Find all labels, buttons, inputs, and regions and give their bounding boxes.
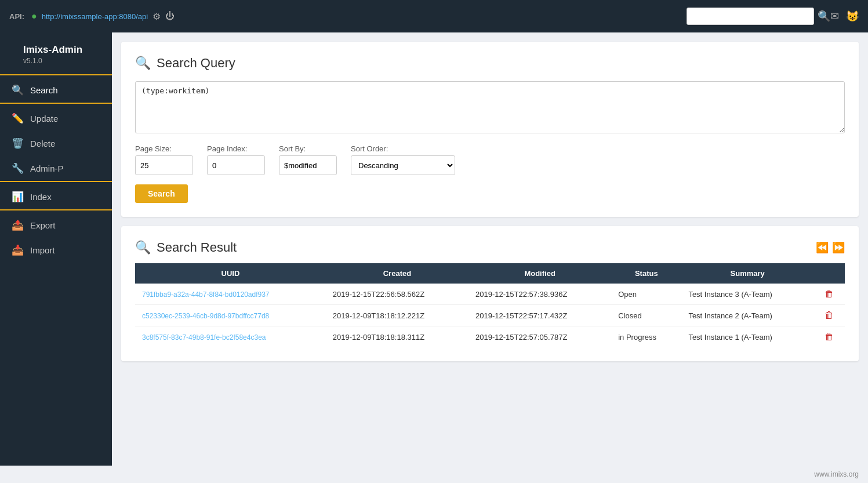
uuid-link[interactable]: c52330ec-2539-46cb-9d8d-97bdffcc77d8	[142, 312, 269, 320]
page-size-group: Page Size:	[135, 144, 193, 175]
result-header: 🔍 Search Result ⏪ ⏩	[135, 240, 845, 255]
created-cell: 2019-12-15T22:56:58.562Z	[326, 284, 468, 305]
uuid-link[interactable]: 3c8f575f-83c7-49b8-91fe-bc2f58e4c3ea	[142, 333, 266, 342]
sidebar-item-update[interactable]: ✏️ Update	[0, 106, 112, 131]
footer-text: www.imixs.org	[814, 470, 859, 478]
api-url-link[interactable]: http://imixssample-app:8080/api	[42, 12, 148, 21]
adminp-nav-icon: 🔧	[12, 162, 23, 175]
status-cell: Closed	[611, 305, 681, 326]
pagination-controls: ⏪ ⏩	[816, 241, 845, 254]
page-size-label: Page Size:	[135, 144, 193, 153]
sort-by-group: Sort By:	[279, 144, 337, 175]
table-row: 3c8f575f-83c7-49b8-91fe-bc2f58e4c3ea2019…	[135, 326, 845, 348]
result-table: UUID Created Modified Status Summary 791…	[135, 263, 845, 347]
sidebar-item-adminp[interactable]: 🔧 Admin-P	[0, 156, 112, 181]
footer: www.imixs.org	[0, 466, 868, 483]
sidebar-item-export-label: Export	[30, 220, 55, 230]
search-query-title-text: Search Query	[157, 56, 235, 71]
uuid-link[interactable]: 791fbba9-a32a-44b7-8f84-bd0120adf937	[142, 290, 270, 299]
gear-icon[interactable]: ⚙	[152, 11, 161, 22]
search-query-title: 🔍 Search Query	[135, 56, 845, 71]
sidebar-item-index-label: Index	[30, 192, 52, 202]
modified-cell: 2019-12-15T22:57:17.432Z	[468, 305, 611, 326]
profile-icon[interactable]: 😺	[846, 10, 859, 23]
query-textarea[interactable]: (type:workitem)	[135, 81, 845, 133]
status-cell: in Progress	[611, 326, 681, 348]
sidebar-item-delete[interactable]: 🗑️ Delete	[0, 131, 112, 156]
search-query-icon: 🔍	[135, 56, 151, 71]
api-status-icon: ●	[31, 11, 37, 21]
query-form-row: Page Size: Page Index: Sort By: Sort Ord…	[135, 144, 845, 175]
sidebar: Imixs-Admin v5.1.0 🔍 Search ✏️ Update 🗑️…	[0, 32, 112, 466]
search-result-card: 🔍 Search Result ⏪ ⏩ UUID Created Modifie…	[121, 226, 859, 361]
result-title-text: Search Result	[157, 240, 237, 255]
delete-row-button[interactable]: 🗑	[825, 332, 834, 342]
delete-nav-icon: 🗑️	[12, 137, 23, 150]
summary-cell: Test Instance 1 (A-Team)	[681, 326, 813, 348]
export-nav-icon: 📤	[12, 219, 23, 231]
col-status: Status	[611, 263, 681, 284]
col-summary: Summary	[681, 263, 813, 284]
table-row: 791fbba9-a32a-44b7-8f84-bd0120adf9372019…	[135, 284, 845, 305]
sidebar-item-adminp-label: Admin-P	[30, 164, 64, 173]
update-nav-icon: ✏️	[12, 112, 23, 125]
top-bar: API: ● http://imixssample-app:8080/api ⚙…	[0, 0, 868, 32]
sidebar-item-search-label: Search	[30, 85, 58, 95]
sidebar-divider-4	[0, 209, 112, 210]
main-content: 🔍 Search Query (type:workitem) Page Size…	[112, 32, 868, 466]
api-label: API:	[9, 12, 24, 21]
search-query-card: 🔍 Search Query (type:workitem) Page Size…	[121, 42, 859, 217]
sidebar-brand: Imixs-Admin	[12, 44, 100, 57]
page-index-group: Page Index:	[207, 144, 265, 175]
delete-row-button[interactable]: 🗑	[825, 310, 834, 321]
sort-by-label: Sort By:	[279, 144, 337, 153]
page-size-input[interactable]	[135, 155, 193, 175]
result-table-header: UUID Created Modified Status Summary	[135, 263, 845, 284]
search-button[interactable]: Search	[135, 184, 188, 203]
result-title: 🔍 Search Result	[135, 240, 237, 255]
sort-by-input[interactable]	[279, 155, 337, 175]
result-table-body: 791fbba9-a32a-44b7-8f84-bd0120adf9372019…	[135, 284, 845, 347]
topbar-search-input[interactable]	[687, 8, 814, 25]
modified-cell: 2019-12-15T22:57:38.936Z	[468, 284, 611, 305]
sidebar-version: v5.1.0	[12, 57, 100, 74]
delete-row-button[interactable]: 🗑	[825, 289, 834, 299]
topbar-search-button[interactable]: 🔍	[818, 10, 830, 23]
sort-order-label: Sort Order:	[351, 144, 455, 153]
sidebar-item-export[interactable]: 📤 Export	[0, 213, 112, 238]
summary-cell: Test Instance 2 (A-Team)	[681, 305, 813, 326]
col-uuid: UUID	[135, 263, 326, 284]
modified-cell: 2019-12-15T22:57:05.787Z	[468, 326, 611, 348]
sidebar-item-import-label: Import	[30, 245, 55, 255]
page-index-label: Page Index:	[207, 144, 265, 153]
sidebar-item-import[interactable]: 📥 Import	[0, 238, 112, 263]
index-nav-icon: 📊	[12, 191, 23, 203]
result-table-header-row: UUID Created Modified Status Summary	[135, 263, 845, 284]
prev-page-button[interactable]: ⏪	[816, 241, 829, 254]
next-page-button[interactable]: ⏩	[832, 241, 845, 254]
result-icon: 🔍	[135, 240, 151, 255]
summary-cell: Test Instance 3 (A-Team)	[681, 284, 813, 305]
col-actions	[813, 263, 845, 284]
table-row: c52330ec-2539-46cb-9d8d-97bdffcc77d82019…	[135, 305, 845, 326]
sort-order-group: Sort Order: Ascending Descanding	[351, 144, 455, 175]
sidebar-item-delete-label: Delete	[30, 139, 55, 148]
topbar-icons: ✉ 😺	[830, 10, 859, 23]
created-cell: 2019-12-09T18:18:18.311Z	[326, 326, 468, 348]
sidebar-item-search[interactable]: 🔍 Search	[0, 78, 112, 103]
sidebar-divider-2	[0, 103, 112, 104]
sidebar-item-index[interactable]: 📊 Index	[0, 184, 112, 209]
sidebar-divider	[0, 74, 112, 75]
sidebar-item-update-label: Update	[30, 114, 58, 124]
sort-order-select[interactable]: Ascending Descanding	[351, 155, 455, 175]
envelope-icon[interactable]: ✉	[830, 10, 839, 23]
power-icon[interactable]: ⏻	[165, 11, 175, 21]
page-index-input[interactable]	[207, 155, 265, 175]
api-info: API: ● http://imixssample-app:8080/api ⚙…	[9, 11, 687, 22]
import-nav-icon: 📥	[12, 244, 23, 256]
status-cell: Open	[611, 284, 681, 305]
search-nav-icon: 🔍	[12, 84, 23, 96]
col-created: Created	[326, 263, 468, 284]
col-modified: Modified	[468, 263, 611, 284]
topbar-search: 🔍	[687, 8, 830, 25]
